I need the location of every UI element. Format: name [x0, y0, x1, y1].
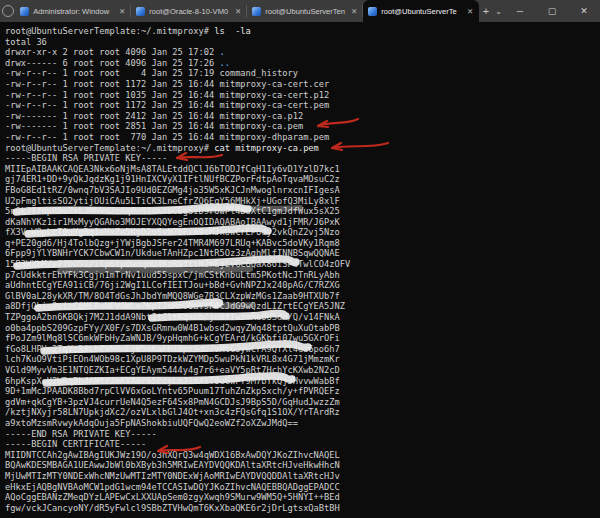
- terminal-line: -rw-r--r-- 1 root root 4 Jan 25 17:19 co…: [5, 68, 600, 79]
- terminal-line: 6Fpp9jYlYBNHrYCK7CbwCW1n/UkdueTAnHZpc1Nt…: [5, 248, 600, 259]
- terminal-line: fgw/vckJCancyoNY/dR5yFwlcl9SBbZTVHwQmT6K…: [5, 503, 600, 514]
- terminal-line: -rw------- 1 root root 2851 Jan 25 16:44…: [5, 121, 600, 132]
- terminal-line: drwx------ 6 root root 4096 Jan 25 17:26…: [5, 58, 600, 69]
- tab-close-icon[interactable]: ✕: [350, 7, 358, 16]
- terminal-line: -rw-r--r-- 1 root root 1035 Jan 25 16:44…: [5, 90, 600, 101]
- terminal-line: MIIEpAIBAAKCAQEA3Nkx6oNjMsA8TALEtddQClJ6…: [5, 164, 600, 175]
- tab-ubuntu-server-2-active[interactable]: root@UbuntuServerTe ✕: [363, 0, 479, 22]
- terminal-line: q+PE20gd6/Hj4TolbQzg+jYWjBgbJSFer24TMR4M…: [5, 238, 600, 249]
- maximize-button[interactable]: ▢: [536, 0, 568, 22]
- terminal-line: gj74ER1+DD+9yQkJqdzKg1j91HnIXCVyX1IFtlNU…: [5, 174, 600, 185]
- terminal-line: total 36: [5, 37, 600, 48]
- terminal-line: TZPggoA2bn6KBQkj7M2J1ddA9NbtItCltKqxob/j…: [5, 312, 600, 323]
- terminal-line: MjUwMTIzMTY0NDExWhcNMzUwMTIzMTY0NDExWjAo…: [5, 471, 600, 482]
- terminal-line: o0ba4ppbS209GzpFYy/X0F/s7DXsGRmnw0W4B1wb…: [5, 323, 600, 334]
- new-tab-button[interactable]: +: [479, 0, 493, 22]
- terminal-line: 5nQk7TfWpR0eZxLJMhVu2cAq8oN1dKYbCEgSiD9r…: [5, 206, 600, 217]
- terminal-line: p7cUdkktrEhYFk3Cgjn1mTrNv1uud55spxC/jmCS…: [5, 270, 600, 281]
- terminal-line: fPoJZm9lMq8lSC6mkWFbHyZaWNJB/9ypHqmhG+kC…: [5, 333, 600, 344]
- tab-label: root@UbuntuServerTe: [381, 7, 462, 16]
- terminal-line: lch7KuO9VtiPiEOn4WOb98c1XpU8P9TDzkWZYMDp…: [5, 354, 600, 365]
- terminal-line: fX3VmW8pLcT0uYgRq1eHxZa5KjD2oSvN7bFiA9tM…: [5, 227, 600, 238]
- terminal-window: Administrator: Window ✕ root@Oracle-8-10…: [0, 0, 600, 518]
- terminal-line: a9xtoMzsmRvwykAdqOuja5FpNAShokbiuUQFQwQ2…: [5, 418, 600, 429]
- terminal-line: -----END RSA PRIVATE KEY-----: [5, 429, 600, 440]
- tab-close-icon[interactable]: ✕: [466, 7, 474, 16]
- terminal-line: FBoG8Ed1tRZ/0wnq7bV3SAJIo9Ud0EZGMg4jo35W…: [5, 185, 600, 196]
- close-button[interactable]: ✕: [568, 0, 600, 22]
- terminal-line: 9D+1mMcJPAADK8Bbd7rpClVV6xGoLYntv65Puum1…: [5, 386, 600, 397]
- minimize-button[interactable]: ─: [504, 0, 536, 22]
- terminal-line: drwxr-xr-x 2 root root 4096 Jan 25 17:02…: [5, 47, 600, 58]
- ssh-session-icon: [368, 7, 377, 16]
- tab-bar: Administrator: Window ✕ root@Oracle-8-10…: [15, 0, 479, 22]
- titlebar: Administrator: Window ✕ root@Oracle-8-10…: [0, 0, 600, 22]
- terminal-line: /kztjNXyjr58LN7UpkjdXc2/ozVLxlbGlJ4Ot+xn…: [5, 407, 600, 418]
- terminal-line: 6hpKspXeU2WRqBh4ANtz2mKVA8rS5EcyLoJ1dXiT…: [5, 376, 600, 387]
- terminal-line: 15B3WXbM/e77DO5i/ilpStp0wdqHU4KzR9fYtN2m…: [5, 259, 600, 270]
- terminal-line: AQoCggEBANzZMeqDYzLAPEwCxLXXUApSem0zgyXw…: [5, 492, 600, 503]
- session-menu-button[interactable]: [0, 0, 15, 22]
- terminal-line: GlBV0aL28ykXR/TM/8O4TdGsJhJbdYmMQQ8WGe7R…: [5, 291, 600, 302]
- terminal-line: -----BEGIN RSA PRIVATE KEY-----: [5, 153, 600, 164]
- terminal-line: root@UbuntuServerTemplate:~/.mitmproxy# …: [5, 26, 600, 37]
- terminal-line: -rw-r--r-- 1 root root 770 Jan 25 16:44 …: [5, 132, 600, 143]
- terminal-line: MIIDNTCCAh2gAwIBAgIUKJWz19O/o3hXQrQ3w4qW…: [5, 450, 600, 461]
- terminal-line: aUdhntECgYEA91iCB/76ji2WgI1LCofIEITJou+b…: [5, 280, 600, 291]
- tab-dropdown-button[interactable]: ⌄: [493, 0, 504, 22]
- terminal-line: dKaNhYKz1ir1MxMyyQGAho3MOJEYXQQYegEnOQID…: [5, 217, 600, 228]
- terminal-line: -rw------- 1 root root 2412 Jan 25 16:44…: [5, 111, 600, 122]
- terminal-line: -----BEGIN CERTIFICATE-----: [5, 439, 600, 450]
- terminal-line: BQAwKDESMBAGA1UEAwwJbWl0bXByb3h5MRIwEAYD…: [5, 460, 600, 471]
- ssh-session-icon: [136, 7, 145, 16]
- terminal-output[interactable]: root@UbuntuServerTemplate:~/.mitmproxy# …: [0, 22, 600, 518]
- terminal-line: eHkxEjAQBgNVBAoMCW1pdG1wcm94eTCCASIwDQYJ…: [5, 482, 600, 493]
- terminal-line: gdVm+qkCgYB+3pzVJ4currUeN4Q5ezF64Sx8PmN4…: [5, 397, 600, 408]
- tab-ubuntu-server-1[interactable]: root@UbuntuServerTen ✕: [247, 0, 363, 22]
- terminal-line: U2pFmgltisSO2ytijOUiCAu5LTiCK3LneCfrZQ6E…: [5, 196, 600, 207]
- circle-icon: [2, 5, 14, 17]
- tab-close-icon[interactable]: ✕: [234, 7, 242, 16]
- tab-oracle-vm[interactable]: root@Oracle-8-10-VM0 ✕: [131, 0, 247, 22]
- tab-label: Administrator: Window: [33, 7, 114, 16]
- tab-close-icon[interactable]: ✕: [118, 7, 126, 16]
- window-controls: ─ ▢ ✕: [504, 0, 600, 22]
- terminal-line: VGld9MyvVm3E1NTQEZKIa+ECgYEAym5444y4g7r6…: [5, 365, 600, 376]
- ssh-session-icon: [252, 7, 261, 16]
- terminal-line: a8DfjQhiq8vinC8MEBvNEVOWLe7KpT2xRmU0aYsF…: [5, 301, 600, 312]
- tab-label: root@UbuntuServerTen: [265, 7, 346, 16]
- tab-administrator-window[interactable]: Administrator: Window ✕: [15, 0, 131, 22]
- tab-label: root@Oracle-8-10-VM0: [149, 7, 230, 16]
- terminal-line: -rw-r--r-- 1 root root 1172 Jan 25 16:44…: [5, 79, 600, 90]
- terminal-line: -rw-r--r-- 1 root root 1172 Jan 25 16:44…: [5, 100, 600, 111]
- terminal-line: root@UbuntuServerTemplate:~/.mitmproxy# …: [5, 143, 600, 154]
- terminal-line: fGo8LHPVm2TqYcR8LbZxN0uEjW5oKaFh1DpiSdU7…: [5, 344, 600, 355]
- ssh-session-icon: [20, 7, 29, 16]
